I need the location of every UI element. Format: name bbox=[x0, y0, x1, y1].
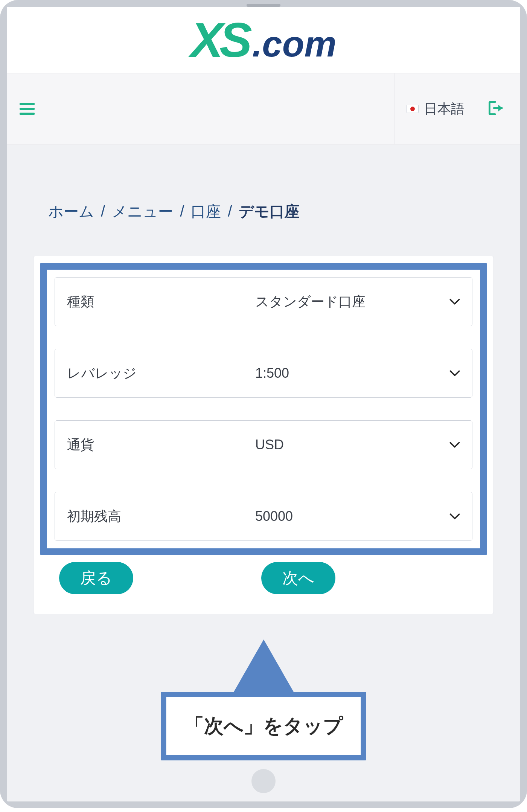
language-label: 日本語 bbox=[424, 100, 465, 118]
next-button[interactable]: 次へ bbox=[261, 562, 335, 594]
breadcrumb-separator: / bbox=[180, 203, 184, 220]
button-row: 戻る 次へ bbox=[40, 555, 487, 607]
select-initial-balance[interactable]: 50000 bbox=[243, 492, 472, 540]
back-button[interactable]: 戻る bbox=[59, 562, 133, 594]
select-value: USD bbox=[255, 437, 284, 453]
form-label-leverage: レバレッジ bbox=[55, 349, 243, 397]
hamburger-icon[interactable] bbox=[20, 103, 35, 115]
callout-box: 「次へ」をタップ bbox=[161, 692, 366, 760]
callout-arrow-icon bbox=[233, 640, 294, 692]
home-button-icon bbox=[251, 769, 276, 793]
form-label-currency: 通貨 bbox=[55, 421, 243, 469]
annotation-highlight-box: 種類 スタンダード口座 レバレッジ 1:500 通貨 bbox=[40, 263, 487, 555]
chevron-down-icon bbox=[449, 513, 460, 520]
form-label-type: 種類 bbox=[55, 278, 243, 326]
chevron-down-icon bbox=[449, 441, 460, 448]
select-value: 1:500 bbox=[255, 365, 289, 381]
breadcrumb-current: デモ口座 bbox=[239, 201, 300, 222]
logo-bar: XS .com bbox=[7, 7, 520, 73]
breadcrumb-separator: / bbox=[228, 203, 232, 220]
chevron-down-icon bbox=[449, 298, 460, 305]
form-row-type: 種類 スタンダード口座 bbox=[55, 277, 472, 326]
form-label-initial-balance: 初期残高 bbox=[55, 492, 243, 540]
language-switcher[interactable]: 日本語 bbox=[394, 73, 477, 144]
select-account-type[interactable]: スタンダード口座 bbox=[243, 278, 472, 326]
device-notch bbox=[247, 4, 280, 7]
brand-logo-xs: XS bbox=[190, 15, 248, 64]
nav-right: 日本語 bbox=[394, 73, 505, 144]
japan-flag-icon bbox=[407, 105, 419, 113]
form-row-currency: 通貨 USD bbox=[55, 420, 472, 469]
breadcrumb-home[interactable]: ホーム bbox=[48, 201, 94, 222]
form-card: 種類 スタンダード口座 レバレッジ 1:500 通貨 bbox=[33, 256, 494, 614]
form-row-initial-balance: 初期残高 50000 bbox=[55, 492, 472, 541]
brand-logo-dotcom: .com bbox=[252, 26, 337, 62]
breadcrumb-menu[interactable]: メニュー bbox=[112, 201, 173, 222]
logout-icon[interactable] bbox=[489, 101, 505, 117]
chevron-down-icon bbox=[449, 370, 460, 377]
select-value: スタンダード口座 bbox=[255, 293, 366, 311]
brand-logo[interactable]: XS .com bbox=[190, 15, 336, 64]
annotation-callout: 「次へ」をタップ bbox=[161, 640, 366, 760]
nav-bar: 日本語 bbox=[7, 73, 520, 145]
screen: XS .com 日本語 bbox=[7, 7, 520, 801]
device-frame: XS .com 日本語 bbox=[0, 0, 527, 808]
breadcrumb-separator: / bbox=[101, 203, 105, 220]
select-value: 50000 bbox=[255, 508, 293, 524]
breadcrumb-accounts[interactable]: 口座 bbox=[191, 201, 221, 222]
select-leverage[interactable]: 1:500 bbox=[243, 349, 472, 397]
callout-text: 「次へ」をタップ bbox=[184, 713, 343, 739]
form-row-leverage: レバレッジ 1:500 bbox=[55, 349, 472, 398]
breadcrumb: ホーム / メニュー / 口座 / デモ口座 bbox=[7, 145, 520, 256]
select-currency[interactable]: USD bbox=[243, 421, 472, 469]
